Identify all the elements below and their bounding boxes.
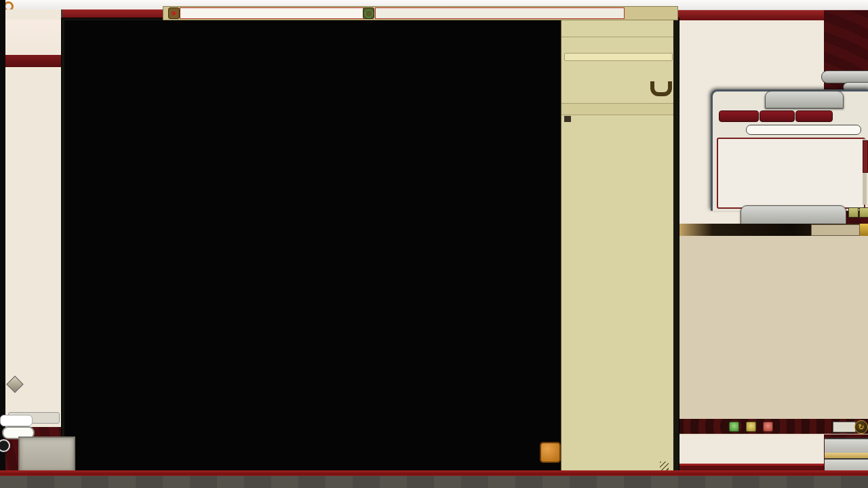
combat-tracker-title-tab[interactable] xyxy=(741,205,846,225)
bestiary-title-tab[interactable] xyxy=(765,91,844,108)
faction-friendly-icon[interactable] xyxy=(729,422,739,432)
combat-tracker-close-button[interactable] xyxy=(859,207,868,218)
combat-tracker-header-scroll[interactable] xyxy=(860,224,868,236)
unidentified-map-icon[interactable] xyxy=(363,7,374,19)
faction-hostile-icon[interactable] xyxy=(763,422,773,432)
bestiary-scrollbar-thumb[interactable] xyxy=(863,140,868,173)
left-window-band xyxy=(5,55,61,67)
combat-tracker-window xyxy=(678,224,868,434)
bestiary-list xyxy=(717,138,865,209)
next-round-button[interactable]: ↻ xyxy=(854,420,868,434)
image-layer-icon xyxy=(564,116,571,122)
layer-row-player-map[interactable] xyxy=(564,116,671,122)
round-value[interactable] xyxy=(833,422,856,432)
screen-left-edge xyxy=(0,0,5,474)
modifier-box[interactable] xyxy=(18,436,75,473)
window-resize-handle[interactable] xyxy=(660,462,669,470)
tooltip-remnant xyxy=(0,415,33,426)
tab-unidentified-map[interactable] xyxy=(375,7,625,19)
map-menu-button[interactable] xyxy=(540,442,561,463)
pathfinder-ornate-p-icon xyxy=(8,350,22,367)
assets-library-divider xyxy=(825,453,868,458)
map-side-panel xyxy=(561,20,674,474)
magnet-icon[interactable] xyxy=(650,81,672,96)
layer-list-header xyxy=(561,103,674,115)
modifier-ring-icon[interactable] xyxy=(0,439,10,452)
map-tab-bar: ◆ xyxy=(163,6,678,20)
combat-tracker-footer: ↻ xyxy=(678,419,868,434)
map-tab-icon[interactable]: ◆ xyxy=(168,7,180,19)
bestiary-by-level-button[interactable] xyxy=(760,110,795,122)
bestiary-group-input[interactable] xyxy=(746,125,861,135)
panel-filter-input[interactable] xyxy=(564,53,673,61)
combat-tracker-header-tools xyxy=(811,224,860,236)
combat-tracker-help-button[interactable] xyxy=(848,207,859,218)
panel-divider-1 xyxy=(561,37,674,37)
map-window-right-strip xyxy=(673,20,678,474)
window-controls xyxy=(791,1,868,13)
faction-neutral-icon[interactable] xyxy=(746,422,756,432)
bestiary-by-letter-button[interactable] xyxy=(719,110,759,122)
combat-tracker-header xyxy=(678,224,868,236)
left-window-header xyxy=(5,20,61,55)
tab-player-map-c[interactable] xyxy=(180,7,364,19)
fantasy-grounds-app: ↻ ◆ xyxy=(0,0,868,488)
bestiary-by-type-button[interactable] xyxy=(795,110,833,122)
bottom-ruler xyxy=(0,474,868,488)
map-canvas[interactable] xyxy=(64,20,561,474)
